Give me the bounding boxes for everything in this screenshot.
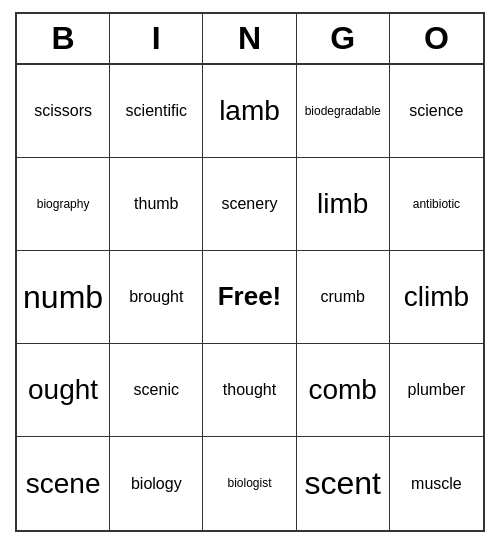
cell-text: thumb: [134, 194, 178, 213]
bingo-cell[interactable]: scissors: [17, 65, 110, 158]
cell-text: biologist: [227, 476, 271, 490]
bingo-cell[interactable]: lamb: [203, 65, 296, 158]
bingo-cell[interactable]: thumb: [110, 158, 203, 251]
bingo-cell[interactable]: comb: [297, 344, 390, 437]
cell-text: scientific: [126, 101, 187, 120]
bingo-cell[interactable]: scent: [297, 437, 390, 530]
cell-text: brought: [129, 287, 183, 306]
cell-text: crumb: [320, 287, 364, 306]
cell-text: limb: [317, 187, 368, 221]
cell-text: science: [409, 101, 463, 120]
cell-text: biology: [131, 474, 182, 493]
bingo-cell[interactable]: science: [390, 65, 483, 158]
header-letter: B: [17, 14, 110, 63]
cell-text: biography: [37, 197, 90, 211]
cell-text: Free!: [218, 281, 282, 312]
bingo-cell[interactable]: limb: [297, 158, 390, 251]
bingo-cell[interactable]: scientific: [110, 65, 203, 158]
bingo-cell[interactable]: numb: [17, 251, 110, 344]
bingo-cell[interactable]: biography: [17, 158, 110, 251]
cell-text: scissors: [34, 101, 92, 120]
cell-text: biodegradable: [305, 104, 381, 118]
bingo-cell[interactable]: ought: [17, 344, 110, 437]
bingo-grid: scissorsscientificlambbiodegradablescien…: [17, 65, 483, 530]
bingo-cell[interactable]: biologist: [203, 437, 296, 530]
cell-text: scene: [26, 467, 101, 501]
header-letter: N: [203, 14, 296, 63]
cell-text: thought: [223, 380, 276, 399]
cell-text: lamb: [219, 94, 280, 128]
bingo-card: BINGO scissorsscientificlambbiodegradabl…: [15, 12, 485, 532]
bingo-cell[interactable]: scenic: [110, 344, 203, 437]
cell-text: antibiotic: [413, 197, 460, 211]
bingo-cell[interactable]: scenery: [203, 158, 296, 251]
bingo-cell[interactable]: biology: [110, 437, 203, 530]
bingo-cell[interactable]: brought: [110, 251, 203, 344]
cell-text: scent: [304, 464, 380, 502]
cell-text: comb: [308, 373, 376, 407]
cell-text: climb: [404, 280, 469, 314]
cell-text: ought: [28, 373, 98, 407]
header-letter: I: [110, 14, 203, 63]
bingo-cell[interactable]: scene: [17, 437, 110, 530]
cell-text: scenery: [221, 194, 277, 213]
cell-text: numb: [23, 278, 103, 316]
bingo-cell[interactable]: antibiotic: [390, 158, 483, 251]
bingo-cell[interactable]: Free!: [203, 251, 296, 344]
bingo-header: BINGO: [17, 14, 483, 65]
header-letter: G: [297, 14, 390, 63]
bingo-cell[interactable]: muscle: [390, 437, 483, 530]
cell-text: plumber: [407, 380, 465, 399]
cell-text: scenic: [134, 380, 179, 399]
header-letter: O: [390, 14, 483, 63]
bingo-cell[interactable]: biodegradable: [297, 65, 390, 158]
bingo-cell[interactable]: plumber: [390, 344, 483, 437]
cell-text: muscle: [411, 474, 462, 493]
bingo-cell[interactable]: crumb: [297, 251, 390, 344]
bingo-cell[interactable]: thought: [203, 344, 296, 437]
bingo-cell[interactable]: climb: [390, 251, 483, 344]
